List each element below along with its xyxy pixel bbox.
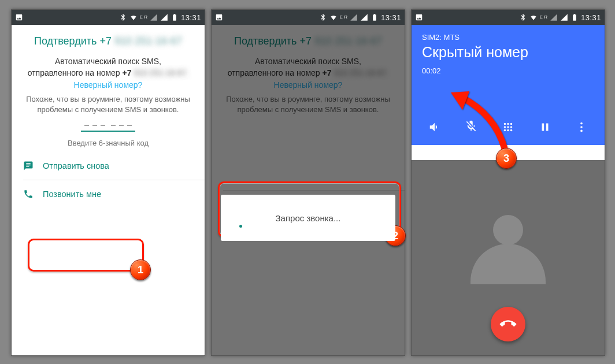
signal-icon-2 (360, 13, 368, 21)
photo-icon (415, 13, 423, 21)
clock: 13:31 (581, 13, 601, 22)
status-bar: E R 13:31 (12, 10, 205, 25)
signal-icon (350, 13, 358, 21)
resend-sms-button[interactable]: Отправить снова (12, 152, 205, 180)
mic-off-icon (465, 120, 477, 132)
photo-icon (215, 13, 223, 21)
network-type: E R (140, 15, 147, 20)
svg-point-9 (580, 122, 583, 125)
photo-icon (15, 13, 23, 21)
clock: 13:31 (381, 13, 401, 22)
speaker-icon[interactable] (428, 121, 441, 133)
svg-point-7 (507, 129, 509, 132)
signal-icon (550, 13, 558, 21)
status-bar: E R 13:31 (212, 10, 405, 25)
svg-point-6 (504, 129, 506, 132)
battery-icon (570, 13, 579, 21)
svg-point-1 (507, 123, 509, 125)
verify-desc: Автоматический поиск SMS, отправленного … (212, 55, 405, 79)
roaming-warning: Похоже, что вы в роуминге, поэтому возмо… (212, 90, 405, 121)
mute-button[interactable] (465, 120, 477, 135)
dialpad-icon[interactable] (502, 121, 514, 133)
svg-point-10 (580, 126, 583, 128)
signal-icon-2 (160, 13, 168, 21)
wrong-number-link[interactable]: Неверный номер? (12, 80, 205, 90)
verify-desc: Автоматический поиск SMS, отправленного … (12, 55, 205, 79)
hangup-icon (497, 313, 520, 336)
annotation-badge-3: 3 (496, 148, 517, 169)
phone-icon (23, 189, 34, 199)
wrong-number-link[interactable]: Неверный номер? (212, 80, 405, 90)
signal-icon-2 (560, 13, 568, 21)
phone-1-verify-screen: E R 13:31 Подтвердить +7 910 251-16-67 А… (11, 9, 205, 356)
sim-label: SIM2: MTS (422, 33, 594, 42)
call-timer: 00:02 (422, 66, 594, 75)
status-bar: E R 13:31 (412, 10, 605, 25)
hangup-button[interactable] (491, 307, 525, 341)
caller-name: Скрытый номер (422, 44, 594, 61)
avatar-icon (465, 210, 551, 297)
call-body (412, 160, 605, 355)
pause-icon[interactable] (539, 121, 551, 133)
bluetooth-icon (119, 13, 127, 21)
bluetooth-icon (519, 13, 527, 21)
code-input[interactable] (12, 123, 205, 132)
code-hint: Введите 6-значный код (12, 139, 205, 147)
svg-point-3 (504, 126, 506, 128)
call-me-button[interactable]: Позвонить мне (12, 180, 205, 208)
svg-point-0 (504, 123, 506, 125)
verify-title: Подтвердить +7 910 251-16-67 (12, 25, 205, 55)
message-icon (23, 161, 34, 171)
bluetooth-icon (319, 13, 327, 21)
network-type: E R (540, 15, 547, 20)
battery-icon (371, 13, 379, 21)
verify-title: Подтвердить +7 910 251-16-67 (212, 25, 405, 55)
svg-point-2 (510, 123, 513, 125)
wifi-icon (529, 13, 538, 21)
network-type: E R (340, 15, 347, 20)
annotation-badge-1: 1 (130, 259, 151, 280)
request-call-dialog: Запрос звонка... (221, 195, 395, 241)
annotation-highlight-1 (28, 239, 144, 272)
call-header: SIM2: MTS Скрытый номер 00:02 (412, 25, 605, 145)
spinner-icon (239, 225, 242, 228)
roaming-warning: Похоже, что вы в роуминге, поэтому возмо… (12, 90, 205, 121)
wifi-icon (129, 13, 138, 21)
svg-point-11 (580, 130, 583, 132)
svg-point-8 (510, 129, 513, 132)
more-icon[interactable] (575, 121, 588, 133)
wifi-icon (329, 13, 338, 21)
clock: 13:31 (181, 13, 201, 22)
svg-point-5 (510, 126, 513, 128)
signal-icon (150, 13, 158, 21)
battery-icon (171, 13, 179, 21)
phone-3-incoming-call: E R 13:31 SIM2: MTS Скрытый номер 00:02 (411, 9, 605, 356)
svg-point-4 (507, 126, 509, 128)
